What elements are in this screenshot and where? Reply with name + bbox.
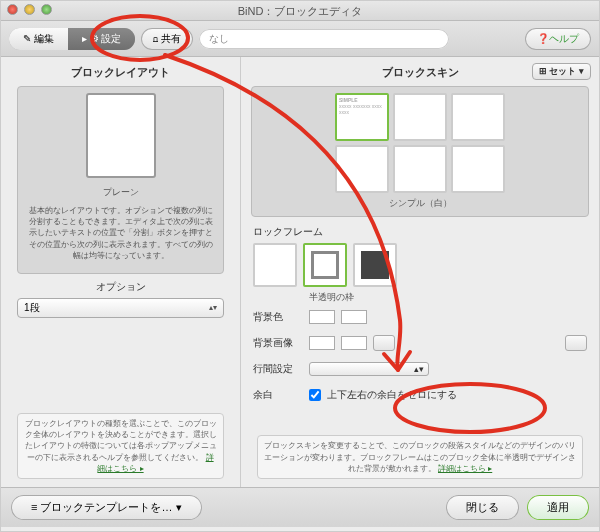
bgimage-row: 背景画像 — [253, 334, 587, 352]
bgcolor-swatch-2[interactable] — [341, 310, 367, 324]
zero-margin-checkbox-label: 上下左右の余白をゼロにする — [327, 388, 457, 402]
set-button[interactable]: ⊞ セット ▾ — [532, 63, 591, 80]
bgimage-swatch-2[interactable] — [341, 336, 367, 350]
frame-thumb-2[interactable] — [303, 243, 347, 287]
layout-description: 基本的なレイアウトです。オプションで複数の列に分割することもできます。エディタ上… — [24, 199, 217, 267]
layout-panel-title: ブロックレイアウト — [9, 65, 232, 80]
option-label: オプション — [17, 280, 224, 294]
columns-dropdown[interactable]: 1段 ▴▾ — [17, 298, 224, 318]
layout-thumbnail-caption: プレーン — [24, 186, 217, 199]
layout-panel: ブロックレイアウト プレーン 基本的なレイアウトです。オプションで複数の列に分割… — [1, 57, 241, 487]
skin-thumb-2[interactable] — [393, 93, 447, 141]
bgcolor-swatch[interactable] — [309, 310, 335, 324]
help-button[interactable]: ❓ヘルプ — [525, 28, 591, 50]
frame-label: ロックフレーム — [253, 225, 591, 239]
minimize-icon[interactable] — [24, 4, 35, 15]
frame-thumb-3[interactable] — [353, 243, 397, 287]
skin-thumb-4[interactable] — [335, 145, 389, 193]
content: ブロックレイアウト プレーン 基本的なレイアウトです。オプションで複数の列に分割… — [1, 57, 599, 487]
window-title: BiND：ブロックエディタ — [238, 5, 363, 17]
margin-label: 余白 — [253, 388, 303, 402]
chevron-updown-icon: ▴▾ — [414, 364, 424, 374]
columns-dropdown-value: 1段 — [24, 301, 40, 315]
bgcolor-row: 背景色 — [253, 308, 587, 326]
skin-thumb-5[interactable] — [393, 145, 447, 193]
bgimage-label: 背景画像 — [253, 336, 303, 350]
skin-thumb-3[interactable] — [451, 93, 505, 141]
zoom-icon[interactable] — [41, 4, 52, 15]
skin-help-link[interactable]: 詳細はこちら ▸ — [438, 464, 492, 473]
window: BiND：ブロックエディタ ✎ 編集 ▸ ⚙ 設定 ⩍ 共有 なし ❓ヘルプ ブ… — [0, 0, 600, 532]
line-dropdown[interactable]: ▴▾ — [309, 362, 429, 376]
block-template-button[interactable]: ≡ ブロックテンプレートを… ▾ — [11, 495, 202, 520]
margin-row: 余白 上下左右の余白をゼロにする — [253, 386, 587, 404]
skin-panel: ブロックスキン ⊞ セット ▾ SIMPLExxxxx xxxxxxx xxxx… — [241, 57, 599, 487]
skin-thumbnails: SIMPLExxxxx xxxxxxx xxxx xxxx シンプル（白） — [251, 86, 589, 217]
window-titlebar: BiND：ブロックエディタ — [1, 1, 599, 21]
chevron-updown-icon: ▴▾ — [209, 303, 217, 312]
bgcolor-label: 背景色 — [253, 310, 303, 324]
layout-help-text: ブロックレイアウトの種類を選ぶことで、このブロック全体のレイアウトを決めることが… — [17, 413, 224, 479]
close-button[interactable]: 閉じる — [446, 495, 519, 520]
close-icon[interactable] — [7, 4, 18, 15]
frame-thumb-1[interactable] — [253, 243, 297, 287]
frame-caption: 半透明の枠 — [309, 291, 591, 304]
layout-preview-box: プレーン 基本的なレイアウトです。オプションで複数の列に分割することもできます。… — [17, 86, 224, 274]
line-row: 行間設定 ▴▾ — [253, 360, 587, 378]
mode-segmented-control: ✎ 編集 ▸ ⚙ 設定 — [9, 28, 135, 50]
skin-thumb-simple[interactable]: SIMPLExxxxx xxxxxxx xxxx xxxx — [335, 93, 389, 141]
frame-thumbnails — [253, 243, 591, 287]
skin-thumb-6[interactable] — [451, 145, 505, 193]
skin-panel-title: ブロックスキン ⊞ セット ▾ — [249, 65, 591, 80]
layout-thumbnail[interactable] — [86, 93, 156, 178]
zero-margin-checkbox[interactable] — [309, 389, 321, 401]
traffic-lights — [7, 4, 52, 15]
footer: ≡ ブロックテンプレートを… ▾ 閉じる 適用 — [1, 487, 599, 527]
toolbar: ✎ 編集 ▸ ⚙ 設定 ⩍ 共有 なし ❓ヘルプ — [1, 21, 599, 57]
line-label: 行間設定 — [253, 362, 303, 376]
share-button[interactable]: ⩍ 共有 — [141, 28, 193, 50]
bgimage-swatch[interactable] — [309, 336, 335, 350]
edit-mode-button[interactable]: ✎ 編集 — [9, 28, 68, 50]
apply-button[interactable]: 適用 — [527, 495, 589, 520]
skin-caption: シンプル（白） — [258, 197, 582, 210]
skin-help-text: ブロックスキンを変更することで、このブロックの段落スタイルなどのデザインのバリエ… — [257, 435, 583, 479]
settings-mode-button[interactable]: ▸ ⚙ 設定 — [68, 28, 136, 50]
bgimage-browse-button[interactable] — [373, 335, 395, 351]
bgimage-tiling-button[interactable] — [565, 335, 587, 351]
share-value-field[interactable]: なし — [199, 29, 449, 49]
